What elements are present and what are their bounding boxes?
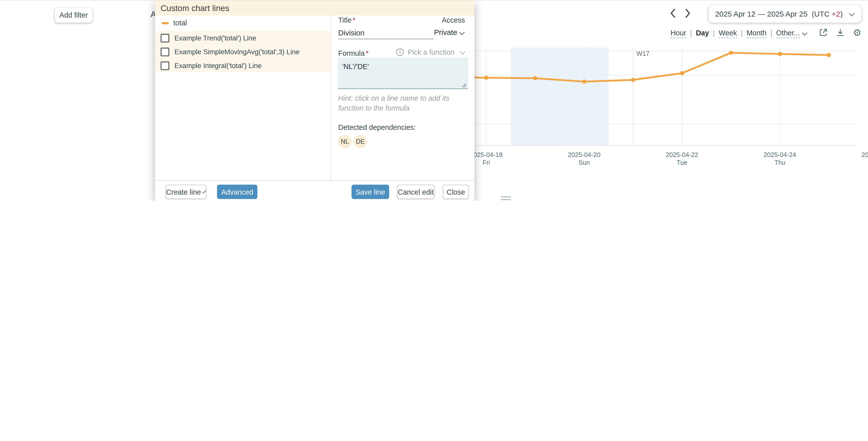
checkbox[interactable] — [160, 47, 169, 56]
chevron-down-icon — [849, 10, 855, 16]
date-range-picker[interactable]: 2025 Apr 12 — 2025 Apr 25 (UTC +2) — [709, 5, 862, 23]
svg-text:Fri: Fri — [483, 159, 490, 166]
svg-text:Thu: Thu — [774, 159, 785, 166]
detected-dependencies-label: Detected dependencies: — [338, 123, 416, 132]
open-in-new-icon[interactable] — [818, 28, 827, 37]
example-line-item[interactable]: Example SimpleMovingAvg('total',3) Line — [155, 45, 331, 59]
chevron-down-icon — [459, 30, 465, 35]
utc-offset-label: (UTC +2) — [812, 10, 843, 18]
svg-text:2025-04-20: 2025-04-20 — [568, 151, 600, 158]
dependency-chips: NL DE — [338, 135, 367, 148]
svg-text:2025-04-26: 2025-04-26 — [862, 151, 868, 158]
formula-hint: Hint: click on a line name to add its fu… — [338, 94, 470, 113]
app-window: Add filter A W172025-04-18Fri2025-04-20S… — [0, 0, 868, 201]
chevron-right-icon[interactable] — [685, 8, 691, 18]
dependency-chip[interactable]: DE — [354, 135, 367, 148]
access-select[interactable]: Private — [434, 28, 465, 36]
granularity-hour[interactable]: Hour — [671, 28, 686, 37]
title-input[interactable]: Division — [338, 26, 434, 39]
chevron-down-icon — [460, 49, 465, 55]
example-line-label: Example Trend('total') Line — [174, 34, 256, 42]
granularity-switcher: Hour Day Week Month Other... ⚙ — [671, 27, 862, 38]
example-line-label: Example SimpleMovingAvg('total',3) Line — [174, 48, 300, 56]
custom-chart-lines-dialog: Custom chart lines total Example Trend('… — [155, 0, 474, 201]
svg-text:2025-04-18: 2025-04-18 — [470, 151, 502, 158]
checkbox[interactable] — [160, 61, 169, 70]
resize-handle-icon[interactable] — [461, 82, 467, 88]
dialog-title: Custom chart lines — [155, 0, 474, 15]
svg-text:Sun: Sun — [579, 159, 590, 166]
example-lines-list: Example Trend('total') Line Example Simp… — [155, 31, 331, 72]
cancel-edit-button[interactable]: Cancel edit — [397, 184, 434, 199]
granularity-day[interactable]: Day — [696, 28, 709, 37]
example-line-item[interactable]: Example Integral('total') Line — [155, 59, 331, 72]
create-line-button[interactable]: Create line — [165, 184, 207, 199]
gear-icon[interactable]: ⚙ — [853, 28, 862, 37]
svg-text:2025-04-24: 2025-04-24 — [764, 151, 796, 158]
series-label: total — [173, 19, 187, 27]
dependency-chip[interactable]: NL — [338, 135, 351, 148]
example-line-item[interactable]: Example Trend('total') Line — [155, 31, 331, 45]
close-button[interactable]: Close — [443, 184, 469, 199]
date-range-label: 2025 Apr 12 — 2025 Apr 25 — [715, 10, 807, 18]
granularity-month[interactable]: Month — [747, 28, 767, 37]
svg-text:2025-04-22: 2025-04-22 — [666, 151, 698, 158]
example-line-label: Example Integral('total') Line — [174, 62, 261, 69]
chevron-down-icon — [203, 190, 206, 193]
series-color-swatch — [162, 22, 169, 24]
granularity-other[interactable]: Other... — [776, 28, 808, 37]
formula-field-label: Formula* — [338, 49, 369, 58]
granularity-week[interactable]: Week — [719, 28, 737, 37]
save-line-button[interactable]: Save line — [351, 184, 389, 199]
chart-resize-handle[interactable] — [501, 196, 511, 201]
series-item-total[interactable]: total — [155, 15, 331, 30]
svg-text:Tue: Tue — [677, 159, 687, 166]
chevron-left-icon[interactable] — [670, 8, 676, 18]
access-field-label: Access — [442, 16, 465, 24]
formula-textarea[interactable]: 'NL'/'DE' — [338, 58, 468, 89]
svg-text:W17: W17 — [637, 50, 650, 57]
chevron-down-icon — [802, 30, 807, 35]
divider — [331, 15, 331, 180]
info-icon — [396, 48, 404, 57]
pick-function-dropdown[interactable]: Pick a function — [396, 48, 465, 57]
download-icon[interactable] — [836, 28, 845, 37]
title-field-label: Title* — [338, 16, 355, 24]
checkbox[interactable] — [160, 33, 169, 42]
advanced-button[interactable]: Advanced — [217, 184, 257, 199]
